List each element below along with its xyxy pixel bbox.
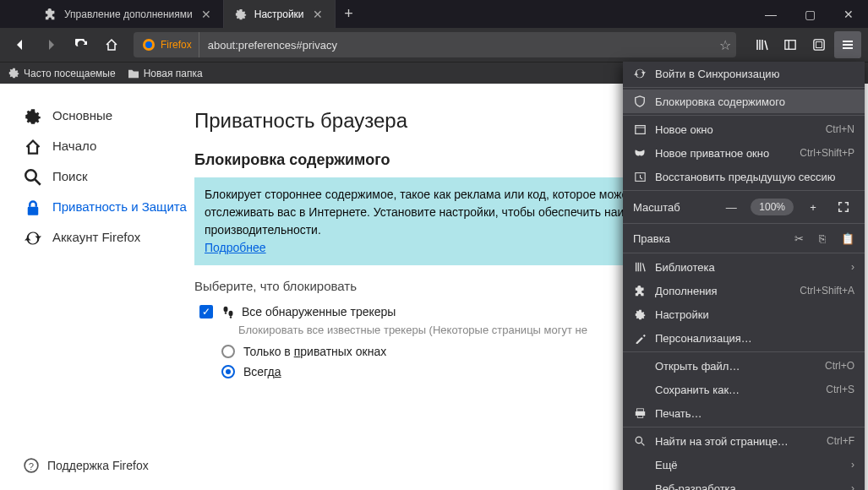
svg-rect-5 xyxy=(816,42,822,48)
menu-settings[interactable]: Настройки xyxy=(623,302,865,326)
chevron-right-icon: › xyxy=(851,261,854,273)
svg-point-21 xyxy=(636,437,641,443)
svg-line-22 xyxy=(641,443,644,445)
sync-icon xyxy=(633,68,647,79)
learn-more-link[interactable]: Подробнее xyxy=(205,239,266,257)
identity-label: Firefox xyxy=(161,39,192,51)
gear-icon xyxy=(633,309,647,320)
svg-point-13 xyxy=(225,312,227,313)
bookmark-frequent[interactable]: Часто посещаемые xyxy=(8,68,116,79)
zoom-in-button[interactable]: + xyxy=(802,198,824,216)
menu-print[interactable]: Печать… xyxy=(623,401,865,425)
back-button[interactable] xyxy=(7,31,34,58)
paint-icon xyxy=(633,333,647,344)
identity-box[interactable]: Firefox xyxy=(139,32,199,57)
paste-icon[interactable]: 📋 xyxy=(841,232,854,245)
puzzle-icon xyxy=(633,286,647,297)
menu-find[interactable]: Найти на этой странице… Ctrl+F xyxy=(623,429,865,453)
menu-save-as[interactable]: Сохранить как… Ctrl+S xyxy=(623,378,865,401)
svg-point-12 xyxy=(229,311,233,316)
svg-rect-4 xyxy=(814,40,824,50)
menu-open-file[interactable]: Открыть файл… Ctrl+O xyxy=(623,354,865,378)
lock-icon xyxy=(24,199,42,217)
support-link[interactable]: ? Поддержка Firefox xyxy=(24,458,194,473)
svg-point-11 xyxy=(224,307,228,312)
svg-text:?: ? xyxy=(29,461,34,471)
url-text: about:preferences#privacy xyxy=(199,39,337,52)
hamburger-menu-button[interactable] xyxy=(834,31,861,58)
menu-more[interactable]: Ещё › xyxy=(623,453,865,476)
tab-addons[interactable]: Управление дополнениями ✕ xyxy=(34,0,224,28)
gear-icon xyxy=(8,68,19,79)
new-tab-button[interactable]: + xyxy=(336,0,363,28)
svg-rect-8 xyxy=(28,207,39,215)
svg-point-14 xyxy=(230,316,232,318)
close-button[interactable]: ✕ xyxy=(829,0,868,28)
chevron-right-icon: › xyxy=(851,459,854,471)
url-bar[interactable]: Firefox about:preferences#privacy ☆ xyxy=(134,32,736,57)
nav-privacy[interactable]: Приватность и Защита xyxy=(24,199,194,217)
chevron-right-icon: › xyxy=(851,482,854,490)
tab-title: Управление дополнениями xyxy=(64,8,193,20)
mask-icon xyxy=(633,149,647,157)
app-menu-panel: Войти в Синхронизацию Блокировка содержи… xyxy=(623,62,865,490)
svg-rect-19 xyxy=(635,411,644,416)
zoom-value[interactable]: 100% xyxy=(751,199,794,215)
nav-home[interactable]: Начало xyxy=(24,138,194,156)
nav-search[interactable]: Поиск xyxy=(24,168,194,187)
settings-sidebar: Основные Начало Поиск Приватность и Защи… xyxy=(0,84,194,490)
tab-settings[interactable]: Настройки ✕ xyxy=(224,0,336,28)
checkbox-checked[interactable]: ✓ xyxy=(199,305,213,318)
screenshot-button[interactable] xyxy=(805,31,833,58)
sidebar-button[interactable] xyxy=(777,31,804,58)
forward-button[interactable] xyxy=(37,31,64,58)
library-icon xyxy=(633,261,647,273)
library-button[interactable] xyxy=(748,31,775,58)
reload-button[interactable] xyxy=(68,31,95,58)
nav-general[interactable]: Основные xyxy=(24,107,194,126)
minimize-button[interactable]: — xyxy=(751,0,790,28)
menu-new-private[interactable]: Новое приватное окно Ctrl+Shift+P xyxy=(623,141,865,165)
cut-icon[interactable]: ✂ xyxy=(794,232,804,245)
help-icon: ? xyxy=(24,458,39,473)
bookmark-star-icon[interactable]: ☆ xyxy=(719,37,731,53)
puzzle-icon xyxy=(44,8,57,21)
gear-icon xyxy=(24,107,42,126)
radio-unchecked[interactable] xyxy=(221,345,235,358)
menu-customize[interactable]: Персонализация… xyxy=(623,326,865,350)
print-icon xyxy=(633,408,647,419)
radio-checked[interactable] xyxy=(221,365,235,378)
copy-icon[interactable]: ⎘ xyxy=(819,232,826,245)
menu-new-window[interactable]: Новое окно Ctrl+N xyxy=(623,117,865,141)
menu-restore-session[interactable]: Восстановить предыдущую сессию xyxy=(623,165,865,188)
nav-toolbar: Firefox about:preferences#privacy ☆ xyxy=(0,28,868,62)
menu-webdev[interactable]: Веб-разработка › xyxy=(623,476,865,490)
tabs-bar: Управление дополнениями ✕ Настройки ✕ + … xyxy=(0,0,868,28)
menu-addons[interactable]: Дополнения Ctrl+Shift+A xyxy=(623,279,865,302)
svg-point-6 xyxy=(25,170,36,181)
folder-icon xyxy=(128,68,139,79)
sync-icon xyxy=(24,229,42,248)
menu-sync[interactable]: Войти в Синхронизацию xyxy=(623,62,865,85)
svg-rect-2 xyxy=(785,41,795,50)
fullscreen-button[interactable] xyxy=(833,198,854,216)
home-icon xyxy=(24,138,42,156)
zoom-out-button[interactable]: — xyxy=(720,198,742,216)
window-controls: — ▢ ✕ xyxy=(751,0,868,28)
menu-library[interactable]: Библиотека › xyxy=(623,255,865,279)
shield-icon xyxy=(633,95,647,107)
nav-account[interactable]: Аккаунт Firefox xyxy=(24,229,194,248)
search-icon xyxy=(633,436,647,447)
menu-content-blocking[interactable]: Блокировка содержимого xyxy=(623,90,865,113)
svg-rect-15 xyxy=(635,125,644,133)
window-icon xyxy=(633,124,647,135)
close-icon[interactable]: ✕ xyxy=(311,8,325,21)
maximize-button[interactable]: ▢ xyxy=(790,0,829,28)
tab-title: Настройки xyxy=(254,8,304,20)
menu-edit: Правка ✂ ⎘ 📋 xyxy=(623,226,865,251)
home-button[interactable] xyxy=(98,31,125,58)
bookmark-folder[interactable]: Новая папка xyxy=(128,68,203,79)
close-icon[interactable]: ✕ xyxy=(199,8,213,21)
firefox-icon xyxy=(142,38,156,52)
footsteps-icon xyxy=(221,305,235,318)
